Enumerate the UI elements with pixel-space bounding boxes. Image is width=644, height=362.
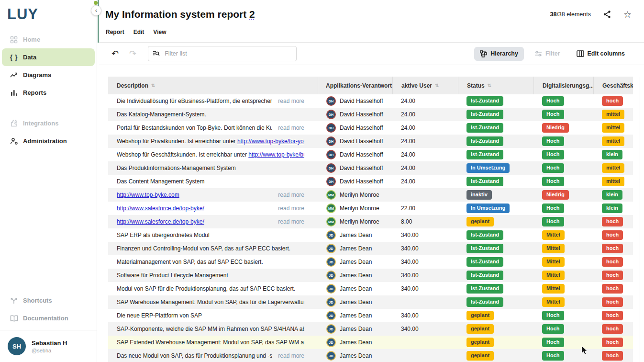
sidebar-item-diagrams[interactable]: Diagrams [2,66,95,84]
table-row[interactable]: Die Individuallösung für eBusiness-Platt… [108,94,633,108]
sort-icon[interactable]: ⇅ [151,83,155,88]
cell-description: Portal für Bestandskunden von Top-Byke. … [108,121,318,135]
description-link[interactable]: http://www.top-byke/for-you/ [237,138,304,145]
sidebar: LUY Home { } Data Diagrams Reports [0,0,97,362]
table-row[interactable]: http://www.salesforce.de/top-byke/read m… [108,215,633,228]
book-icon [5,315,23,322]
column-header-description[interactable]: Description⇅ [108,77,318,94]
geschaeftskritikalitaet-badge: klein [602,190,622,200]
column-header-status[interactable]: Status⇅ [458,77,533,94]
owner-name: David Hasselhoff [340,151,383,158]
filter-button[interactable]: Filter [529,47,566,60]
table-row[interactable]: Materialmanagement von SAP, das auf SAP … [108,255,633,269]
geschaeftskritikalitaet-badge: mittel [602,163,624,173]
sidebar-footer: Shortcuts Documentation SH Sebastian H @… [0,292,97,362]
table-row[interactable]: Software für Product Lifecycle Managemen… [108,269,633,282]
undo-button[interactable]: ↶ [109,48,122,59]
sidebar-item-documentation[interactable]: Documentation [2,309,95,327]
redo-button[interactable]: ↷ [126,48,139,59]
table-row[interactable]: Finanzen und Controlling-Modul von SAP, … [108,242,633,255]
cell-digitalisierungsgrad: Mittel [533,282,593,295]
cell-aktive-user: 340.00 [392,269,458,282]
column-header-digitalisierungsgrad[interactable]: Digitalisierungsg...⇅ [533,77,593,94]
favorite-button[interactable]: ☆ [623,10,632,19]
description-link[interactable]: http://www.salesforce.de/top-byke/ [117,205,204,212]
read-more-link[interactable]: read more [278,124,304,131]
cell-owner: DHDavid Hasselhoff [318,121,392,135]
description-content: Das neue Modul von SAP, das für Produkti… [117,352,272,359]
hierarchy-toggle-button[interactable]: Hierarchy [474,47,524,61]
status-badge: Ist-Zustand [466,177,503,186]
read-more-link[interactable]: read more [278,192,304,198]
filter-sliders-icon [534,50,542,57]
digitalisierungsgrad-badge: Niedrig [542,190,569,200]
description-text: Das Katalog-Management-System. [117,111,206,118]
table-row[interactable]: Portal für Bestandskunden von Top-Byke. … [108,121,633,135]
menu-edit[interactable]: Edit [133,29,144,35]
read-more-link[interactable]: read more [278,98,304,104]
column-header-aktive-user[interactable]: aktive User⇅ [392,77,458,94]
read-more-link[interactable]: read more [278,205,304,212]
table-row[interactable]: SAP Warehouse Management: Modul von SAP,… [108,295,633,309]
table-row[interactable]: SAP ERP als übergeordnetes ModulJDJames … [108,228,633,242]
sidebar-item-home[interactable]: Home [2,31,95,48]
owner-avatar: JD [326,351,336,361]
description-content: Das Produktinformations-Management Syste… [117,165,304,171]
description-content: Das Content Management System [117,178,304,185]
sidebar-item-administration[interactable]: Administration [2,132,95,150]
puzzle-icon [5,120,23,127]
digitalisierungsgrad-badge: Hoch [542,163,564,173]
sidebar-item-data[interactable]: { } Data [2,48,95,66]
status-badge: Ist-Zustand [466,96,503,106]
table-row[interactable]: http://www.top-byke.comread moreMMMerily… [108,188,633,202]
edit-columns-button[interactable]: Edit columns [571,47,631,60]
column-header-geschaeftskritikalitaet[interactable]: Geschäftskritik [593,77,633,94]
page-title[interactable]: My Information system report 2 [105,9,255,20]
owner-avatar: JD [326,311,336,320]
description-content: Webshop für Privatkunden. Ist erreichbar… [117,138,304,145]
digitalisierungsgrad-badge: Mittel [542,244,565,253]
description-text: SAP Extended Warehouse Management: Modul… [117,339,304,346]
description-link[interactable]: http://www.top-byke/business/ [248,151,304,158]
cell-digitalisierungsgrad: Mittel [533,228,593,242]
filter-list-input[interactable] [148,46,297,61]
sidebar-item-integrations[interactable]: Integrations [2,114,95,132]
sidebar-collapse-button[interactable]: ‹ [91,5,101,16]
sort-icon[interactable]: ⇅ [488,83,491,88]
table-row[interactable]: Das Katalog-Management-System.DHDavid Ha… [108,108,633,121]
table-row[interactable]: Das neue Modul von SAP, das für Produkti… [108,349,633,362]
table-row[interactable]: Das Produktinformations-Management Syste… [108,161,633,175]
description-content: http://www.salesforce.de/top-byke/ [117,218,272,225]
owner-name: James Dean [340,326,372,332]
sort-icon[interactable]: ⇅ [435,83,439,88]
menu-view[interactable]: View [153,29,166,35]
cell-geschaeftskritikalitaet: klein [593,148,633,161]
table-row[interactable]: http://www.salesforce.de/top-byke/read m… [108,202,633,215]
owner-avatar: DH [326,136,336,146]
cell-geschaeftskritikalitaet: mittel [593,161,633,175]
table-row[interactable]: Modul von SAP für die Produktionsplanung… [108,282,633,295]
vertical-scrollbar[interactable] [640,77,644,362]
sidebar-item-label: Diagrams [23,71,51,79]
user-profile[interactable]: SH Sebastian H @sebha [0,330,97,362]
cell-description: Die neue ERP-Plattform von SAP [108,309,318,322]
menu-report[interactable]: Report [106,29,124,35]
table-row[interactable]: SAP-Komponente, welche die SAP MM im Rah… [108,322,633,336]
description-link[interactable]: http://www.salesforce.de/top-byke/ [117,218,204,225]
table-row[interactable]: Das Content Management SystemDHDavid Has… [108,175,633,188]
sidebar-item-shortcuts[interactable]: Shortcuts [2,292,95,309]
sidebar-item-label: Integrations [23,120,58,127]
read-more-link[interactable]: read more [278,352,304,359]
table-row[interactable]: Webshop für Privatkunden. Ist erreichbar… [108,135,633,148]
table-row[interactable]: Die neue ERP-Plattform von SAPJDJames De… [108,309,633,322]
table-row[interactable]: Webshop für Geschäftskunden. Ist erreich… [108,148,633,161]
description-link[interactable]: http://www.top-byke.com [117,192,179,198]
cell-aktive-user [392,336,458,349]
share-button[interactable] [603,10,611,19]
column-header-verantwortlicher[interactable]: Applikations-Verantwort...⇅ [318,77,392,94]
cell-description: Finanzen und Controlling-Modul von SAP, … [108,242,318,255]
cell-owner: JDJames Dean [318,242,392,255]
sidebar-item-reports[interactable]: Reports [2,84,95,102]
table-row[interactable]: SAP Extended Warehouse Management: Modul… [108,336,633,349]
read-more-link[interactable]: read more [278,218,304,225]
